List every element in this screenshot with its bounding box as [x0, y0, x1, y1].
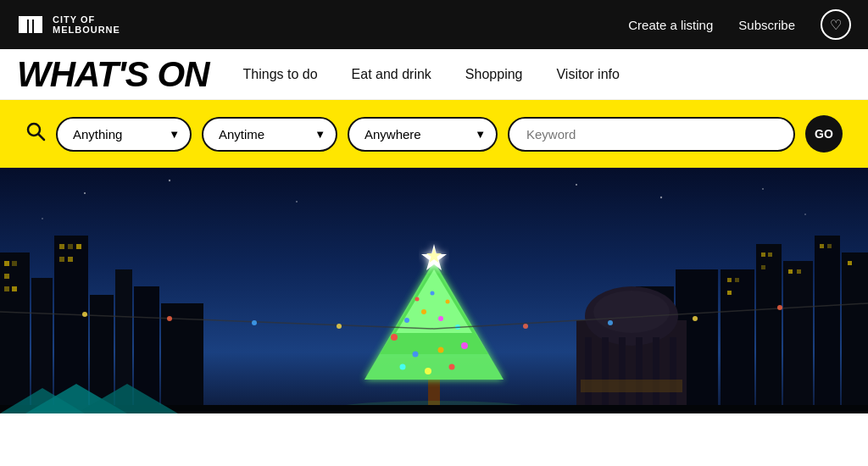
svg-rect-24	[59, 244, 64, 249]
svg-rect-35	[815, 236, 840, 413]
svg-rect-26	[76, 244, 81, 249]
svg-rect-23	[12, 286, 17, 291]
anywhere-dropdown[interactable]: Anywhere CBD Docklands South Melbourne	[348, 117, 498, 152]
svg-rect-56	[619, 337, 626, 413]
svg-rect-4	[19, 16, 42, 19]
svg-point-13	[762, 188, 764, 190]
svg-point-14	[42, 218, 43, 219]
svg-point-12	[660, 197, 662, 198]
svg-rect-25	[68, 244, 73, 249]
svg-point-69	[400, 364, 406, 370]
svg-point-15	[804, 214, 806, 215]
svg-rect-54	[585, 337, 592, 413]
go-button[interactable]: GO	[805, 115, 843, 153]
svg-rect-33	[756, 244, 782, 413]
svg-rect-55	[602, 337, 609, 413]
svg-rect-41	[768, 252, 772, 257]
nav-shopping[interactable]: Shopping	[465, 67, 523, 82]
logo-text: CITY OF MELBOURNE	[53, 14, 120, 35]
svg-point-88	[608, 320, 613, 325]
hero-section	[0, 168, 868, 413]
svg-point-8	[84, 192, 86, 194]
svg-point-72	[404, 318, 409, 323]
svg-rect-27	[59, 257, 64, 262]
keyword-input[interactable]	[508, 117, 795, 152]
svg-point-76	[415, 297, 420, 302]
svg-point-65	[391, 334, 398, 341]
svg-point-89	[693, 316, 698, 321]
anytime-dropdown-wrap: Anytime Today This week This weekend Thi…	[202, 117, 337, 152]
search-bar: Anything Events Exhibitions Performances…	[0, 100, 868, 168]
svg-point-85	[252, 320, 257, 325]
header-nav: Create a listing Subscribe ♡	[628, 9, 851, 40]
svg-rect-19	[4, 261, 9, 266]
svg-point-68	[461, 342, 468, 349]
svg-point-86	[337, 324, 342, 329]
svg-rect-34	[783, 261, 813, 413]
svg-rect-44	[797, 269, 801, 274]
heart-icon: ♡	[830, 17, 842, 33]
svg-rect-61	[428, 375, 440, 405]
anytime-dropdown[interactable]: Anytime Today This week This weekend Thi…	[202, 117, 337, 152]
svg-rect-37	[727, 278, 732, 282]
svg-point-78	[446, 300, 450, 304]
nav-things-to-do[interactable]: Things to do	[243, 67, 318, 82]
svg-point-66	[413, 352, 419, 358]
svg-rect-40	[761, 252, 765, 257]
svg-rect-47	[848, 261, 852, 265]
svg-point-90	[777, 305, 782, 310]
svg-point-53	[593, 291, 670, 333]
svg-rect-45	[820, 244, 824, 248]
logo-area: CITY OF MELBOURNE	[17, 11, 120, 38]
svg-rect-22	[4, 286, 9, 291]
melbourne-logo-icon	[17, 11, 44, 38]
saved-items-button[interactable]: ♡	[821, 9, 851, 40]
search-icon	[25, 121, 46, 147]
svg-point-87	[523, 324, 528, 329]
svg-rect-21	[4, 274, 9, 279]
svg-rect-42	[761, 265, 765, 269]
page-title: WHAT'S ON	[17, 54, 209, 95]
nav-visitor-info[interactable]: Visitor info	[556, 67, 619, 82]
svg-point-83	[82, 312, 87, 317]
main-nav: Things to do Eat and drink Shopping Visi…	[243, 67, 620, 82]
svg-point-10	[296, 201, 298, 202]
svg-rect-38	[735, 278, 739, 282]
anything-dropdown[interactable]: Anything Events Exhibitions Performances	[56, 117, 192, 152]
svg-point-70	[425, 368, 431, 374]
svg-rect-46	[827, 244, 832, 248]
svg-rect-32	[721, 269, 754, 413]
svg-rect-36	[842, 252, 868, 413]
svg-point-71	[449, 364, 455, 370]
page-nav-bar: WHAT'S ON Things to do Eat and drink Sho…	[0, 49, 868, 100]
nav-eat-and-drink[interactable]: Eat and drink	[352, 67, 431, 82]
create-listing-link[interactable]: Create a listing	[628, 18, 713, 32]
hero-illustration	[0, 168, 868, 413]
svg-rect-20	[12, 261, 17, 266]
anything-dropdown-wrap: Anything Events Exhibitions Performances…	[56, 117, 192, 152]
svg-point-11	[576, 184, 577, 186]
svg-rect-43	[788, 269, 793, 274]
svg-rect-58	[653, 337, 659, 413]
svg-point-84	[167, 316, 172, 321]
svg-point-9	[169, 180, 170, 181]
svg-rect-39	[727, 291, 732, 295]
subscribe-link[interactable]: Subscribe	[738, 18, 795, 32]
site-header: CITY OF MELBOURNE Create a listing Subsc…	[0, 0, 868, 49]
svg-rect-57	[636, 337, 643, 413]
svg-point-73	[421, 309, 426, 314]
anywhere-dropdown-wrap: Anywhere CBD Docklands South Melbourne ▼	[348, 117, 498, 152]
hero-background	[0, 168, 868, 413]
svg-rect-59	[670, 337, 676, 413]
svg-point-74	[438, 316, 443, 321]
svg-point-77	[431, 291, 435, 296]
svg-line-6	[39, 135, 45, 141]
svg-rect-28	[68, 257, 73, 262]
svg-rect-60	[581, 380, 682, 392]
svg-point-67	[438, 347, 444, 353]
